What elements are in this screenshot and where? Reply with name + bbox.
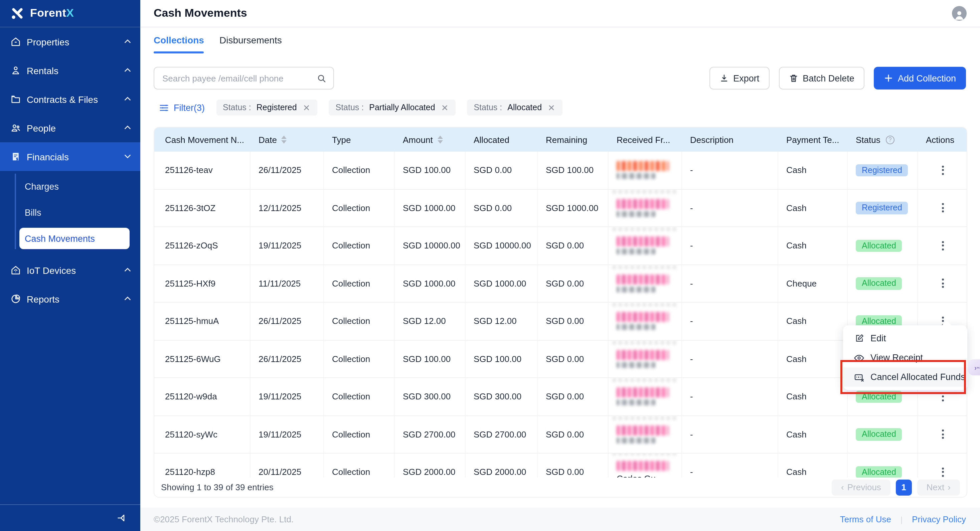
cell-description: -: [682, 378, 778, 415]
cell-remaining: SGD 0.00: [538, 453, 609, 479]
status-badge: Allocated: [856, 428, 902, 440]
terms-of-use-link[interactable]: Terms of Use: [840, 514, 891, 524]
chevron-up-icon: [124, 124, 131, 131]
status-help-icon[interactable]: ?: [886, 135, 894, 144]
sidebar-item-reports[interactable]: Reports: [0, 285, 140, 313]
cell-payment-term: Cash: [778, 453, 848, 479]
privacy-policy-link[interactable]: Privacy Policy: [912, 514, 966, 524]
cell-description: -: [682, 416, 778, 453]
sort-icon[interactable]: [282, 135, 287, 144]
sidebar-item-financials[interactable]: Financials: [0, 142, 140, 171]
sidebar-item-cash-movements[interactable]: Cash Movements: [19, 228, 130, 249]
main-area: Cash Movements Collections Disbursements…: [140, 0, 980, 531]
column-header: Status?: [848, 127, 918, 152]
status-badge: Registered: [856, 164, 908, 176]
redaction-strip: [612, 453, 677, 456]
cell-date: 26/11/2025: [250, 152, 324, 189]
previous-page-button[interactable]: ‹Previous: [832, 479, 891, 495]
row-kebab-menu-icon[interactable]: [937, 464, 949, 479]
export-button[interactable]: Export: [709, 67, 769, 89]
cell-allocated: SGD 12.00: [466, 302, 538, 340]
cell-received-from: [609, 152, 682, 189]
remove-chip-icon[interactable]: ✕: [547, 103, 556, 113]
column-header-label: Description: [690, 135, 733, 145]
cell-received-from: [609, 416, 682, 453]
sidebar-item-properties[interactable]: Properties: [0, 27, 140, 56]
column-header: Type: [324, 127, 395, 152]
cell-payment-term: Cash: [778, 227, 848, 264]
batch-delete-button[interactable]: Batch Delete: [779, 67, 864, 89]
cell-allocated: SGD 0.00: [466, 152, 538, 189]
column-header[interactable]: Amount: [395, 127, 466, 152]
cell-remaining: SGD 1000.00: [538, 189, 609, 226]
app-root: ForentX Properties Rentals Contracts & F…: [0, 0, 980, 531]
chevron-up-icon: [124, 38, 131, 45]
column-header: Payment Te...: [778, 127, 848, 152]
cell-description: -: [682, 189, 778, 226]
cell-remaining: SGD 100.00: [538, 152, 609, 189]
redacted-subtext-blur: [617, 173, 655, 179]
column-header-label: Type: [332, 135, 351, 145]
cell-payment-term: Cash: [778, 416, 848, 453]
financials-subnav: Charges Bills Cash Movements: [0, 171, 140, 256]
sidebar-item-rentals[interactable]: Rentals: [0, 56, 140, 85]
redacted-subtext-blur: [617, 211, 655, 217]
redacted-subtext-blur: [617, 400, 655, 406]
cell-status: Allocated: [848, 453, 918, 479]
search-icon[interactable]: [317, 73, 327, 83]
next-page-button[interactable]: Next›: [917, 479, 960, 495]
filter-button[interactable]: Filter(3): [159, 103, 205, 113]
column-header: Remaining: [538, 127, 609, 152]
page-1-button[interactable]: 1: [896, 479, 912, 495]
cell-remaining: SGD 0.00: [538, 340, 609, 377]
tab-bar: Collections Disbursements: [154, 35, 282, 53]
cell-remaining: SGD 0.00: [538, 378, 609, 415]
search-input[interactable]: [154, 73, 317, 83]
tab-disbursements[interactable]: Disbursements: [220, 35, 282, 53]
redacted-subtext-blur: [617, 437, 655, 444]
sidebar-nav: Properties Rentals Contracts & Files Peo…: [0, 27, 140, 313]
sidebar: ForentX Properties Rentals Contracts & F…: [0, 0, 140, 531]
cell-type: Collection: [324, 302, 395, 340]
entries-summary: Showing 1 to 39 of 39 entries: [161, 482, 832, 492]
redacted-payee: [617, 199, 669, 217]
redaction-strip: [612, 227, 677, 231]
cell-description: -: [682, 265, 778, 302]
sort-icon[interactable]: [438, 135, 443, 144]
sidebar-item-contracts-files[interactable]: Contracts & Files: [0, 85, 140, 114]
filter-chip-registered: Status :Registered✕: [216, 100, 318, 116]
table-body: 251126-teav26/11/2025CollectionSGD 100.0…: [154, 152, 967, 479]
column-header-label: Remaining: [546, 135, 587, 145]
cell-date: 12/11/2025: [250, 189, 324, 226]
cell-date: 20/11/2025: [250, 453, 324, 479]
cell-cash-movement-no: 251126-teav: [154, 152, 250, 189]
redacted-subtext-blur: [617, 362, 655, 368]
invoice-icon: [11, 152, 21, 162]
sidebar-item-bills[interactable]: Bills: [0, 200, 140, 226]
collapse-sidebar-icon[interactable]: [116, 513, 126, 523]
assistant-floating-button[interactable]: ›ᵕ‹: [968, 359, 980, 375]
user-avatar[interactable]: [952, 6, 967, 21]
row-kebab-menu-icon[interactable]: [937, 162, 949, 179]
cell-amount: SGD 300.00: [395, 378, 466, 415]
add-collection-button[interactable]: Add Collection: [874, 67, 966, 89]
chevron-left-icon: ‹: [841, 482, 844, 492]
row-kebab-menu-icon[interactable]: [937, 237, 949, 254]
remove-chip-icon[interactable]: ✕: [302, 103, 311, 113]
row-kebab-menu-icon[interactable]: [937, 426, 949, 443]
search-box: [154, 67, 334, 89]
sidebar-item-label: Financials: [27, 151, 124, 162]
row-kebab-menu-icon[interactable]: [937, 275, 949, 292]
remove-chip-icon[interactable]: ✕: [441, 103, 449, 113]
sidebar-item-people[interactable]: People: [0, 114, 140, 142]
sidebar-item-iot-devices[interactable]: IoT Devices: [0, 256, 140, 285]
column-header[interactable]: Date: [250, 127, 324, 152]
menu-item-edit[interactable]: Edit: [843, 329, 967, 348]
row-kebab-menu-icon[interactable]: [937, 199, 949, 217]
redacted-name-blur: [617, 312, 669, 322]
redacted-name-blur: [617, 161, 669, 171]
cell-type: Collection: [324, 152, 395, 189]
tab-collections[interactable]: Collections: [154, 35, 204, 53]
cell-description: -: [682, 152, 778, 189]
sidebar-item-charges[interactable]: Charges: [0, 174, 140, 200]
